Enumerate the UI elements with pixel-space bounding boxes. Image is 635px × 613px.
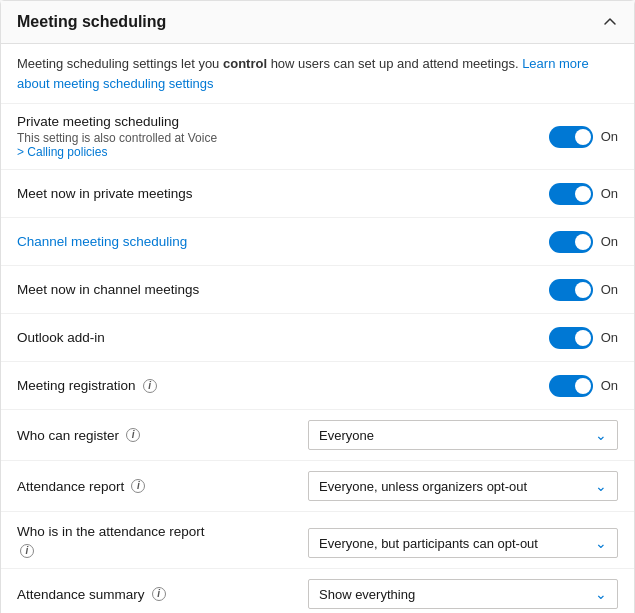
toggle-wrapper-meet-now-private: On [549, 183, 618, 205]
label-group-attendance-report: Attendance report i [17, 479, 308, 494]
dropdown-value-attendance-summary: Show everything [319, 587, 587, 602]
label-group-meet-now-channel: Meet now in channel meetings [17, 282, 453, 297]
toggle-meet-now-private[interactable] [549, 183, 593, 205]
label-outlook-addin: Outlook add-in [17, 330, 437, 345]
control-channel-meeting: On [453, 231, 618, 253]
toggle-wrapper-outlook-addin: On [549, 327, 618, 349]
label-who-in-attendance: Who is in the attendance report [17, 524, 292, 539]
control-meet-now-channel: On [453, 279, 618, 301]
label-attendance-summary: Attendance summary i [17, 587, 292, 602]
label-private-meeting: Private meeting scheduling [17, 114, 437, 129]
control-attendance-summary: Show everything ⌄ [308, 579, 618, 609]
settings-list: Private meeting scheduling This setting … [1, 104, 634, 613]
dropdown-value-who-can-register: Everyone [319, 428, 587, 443]
control-meet-now-private: On [453, 183, 618, 205]
dropdown-value-attendance-report: Everyone, unless organizers opt-out [319, 479, 587, 494]
dropdown-arrow-attendance-summary: ⌄ [595, 586, 607, 602]
label-group-who-in-attendance: Who is in the attendance report i [17, 524, 308, 558]
label-group-attendance-summary: Attendance summary i [17, 587, 308, 602]
label-meet-now-channel: Meet now in channel meetings [17, 282, 437, 297]
toggle-channel-meeting[interactable] [549, 231, 593, 253]
toggle-meeting-registration[interactable] [549, 375, 593, 397]
label-who-can-register: Who can register i [17, 428, 292, 443]
info-icon-attendance-summary[interactable]: i [152, 587, 166, 601]
control-meeting-registration: On [453, 375, 618, 397]
dropdown-arrow-who-can-register: ⌄ [595, 427, 607, 443]
toggle-label-private-meeting: On [601, 129, 618, 144]
toggle-wrapper-meeting-registration: On [549, 375, 618, 397]
label-group-meeting-registration: Meeting registration i [17, 378, 453, 393]
control-who-can-register: Everyone ⌄ [308, 420, 618, 450]
label-meeting-registration: Meeting registration i [17, 378, 437, 393]
panel-header: Meeting scheduling [1, 1, 634, 44]
setting-row-attendance-report: Attendance report i Everyone, unless org… [1, 461, 634, 512]
control-who-in-attendance: Everyone, but participants can opt-out ⌄ [308, 528, 618, 558]
dropdown-who-can-register[interactable]: Everyone ⌄ [308, 420, 618, 450]
label-group-outlook-addin: Outlook add-in [17, 330, 453, 345]
toggle-label-meeting-registration: On [601, 378, 618, 393]
info-icon-who-can-register[interactable]: i [126, 428, 140, 442]
meeting-scheduling-panel: Meeting scheduling Meeting scheduling se… [0, 0, 635, 613]
dropdown-arrow-attendance-report: ⌄ [595, 478, 607, 494]
dropdown-who-in-attendance[interactable]: Everyone, but participants can opt-out ⌄ [308, 528, 618, 558]
label-attendance-report: Attendance report i [17, 479, 292, 494]
panel-title: Meeting scheduling [17, 13, 166, 31]
toggle-label-meet-now-private: On [601, 186, 618, 201]
label-group-private-meeting: Private meeting scheduling This setting … [17, 114, 453, 159]
control-private-meeting: On [453, 126, 618, 148]
label-group-who-can-register: Who can register i [17, 428, 308, 443]
setting-row-meeting-registration: Meeting registration i On [1, 362, 634, 410]
info-icon-who-in-attendance[interactable]: i [20, 544, 34, 558]
description-text: Meeting scheduling settings let you cont… [17, 56, 522, 71]
control-attendance-report: Everyone, unless organizers opt-out ⌄ [308, 471, 618, 501]
dropdown-attendance-report[interactable]: Everyone, unless organizers opt-out ⌄ [308, 471, 618, 501]
setting-row-meet-now-private: Meet now in private meetings On [1, 170, 634, 218]
label-channel-meeting: Channel meeting scheduling [17, 234, 437, 249]
label-group-meet-now-private: Meet now in private meetings [17, 186, 453, 201]
toggle-private-meeting[interactable] [549, 126, 593, 148]
toggle-wrapper-private-meeting: On [549, 126, 618, 148]
toggle-meet-now-channel[interactable] [549, 279, 593, 301]
control-outlook-addin: On [453, 327, 618, 349]
setting-row-channel-meeting: Channel meeting scheduling On [1, 218, 634, 266]
toggle-outlook-addin[interactable] [549, 327, 593, 349]
setting-row-meet-now-channel: Meet now in channel meetings On [1, 266, 634, 314]
setting-row-attendance-summary: Attendance summary i Show everything ⌄ [1, 569, 634, 613]
dropdown-arrow-who-in-attendance: ⌄ [595, 535, 607, 551]
info-icon-meeting-registration[interactable]: i [143, 379, 157, 393]
setting-row-who-can-register: Who can register i Everyone ⌄ [1, 410, 634, 461]
toggle-label-meet-now-channel: On [601, 282, 618, 297]
setting-row-outlook-addin: Outlook add-in On [1, 314, 634, 362]
toggle-wrapper-meet-now-channel: On [549, 279, 618, 301]
setting-row-private-meeting-scheduling: Private meeting scheduling This setting … [1, 104, 634, 170]
dropdown-value-who-in-attendance: Everyone, but participants can opt-out [319, 536, 587, 551]
sublabel-private-meeting: This setting is also controlled at Voice… [17, 131, 437, 159]
toggle-label-outlook-addin: On [601, 330, 618, 345]
collapse-icon[interactable] [602, 14, 618, 30]
label-meet-now-private: Meet now in private meetings [17, 186, 437, 201]
panel-description: Meeting scheduling settings let you cont… [1, 44, 634, 104]
dropdown-attendance-summary[interactable]: Show everything ⌄ [308, 579, 618, 609]
toggle-wrapper-channel-meeting: On [549, 231, 618, 253]
label-group-channel-meeting: Channel meeting scheduling [17, 234, 453, 249]
calling-policies-link[interactable]: > Calling policies [17, 145, 107, 159]
toggle-label-channel-meeting: On [601, 234, 618, 249]
setting-row-who-in-attendance: Who is in the attendance report i Everyo… [1, 512, 634, 569]
info-icon-attendance-report[interactable]: i [131, 479, 145, 493]
